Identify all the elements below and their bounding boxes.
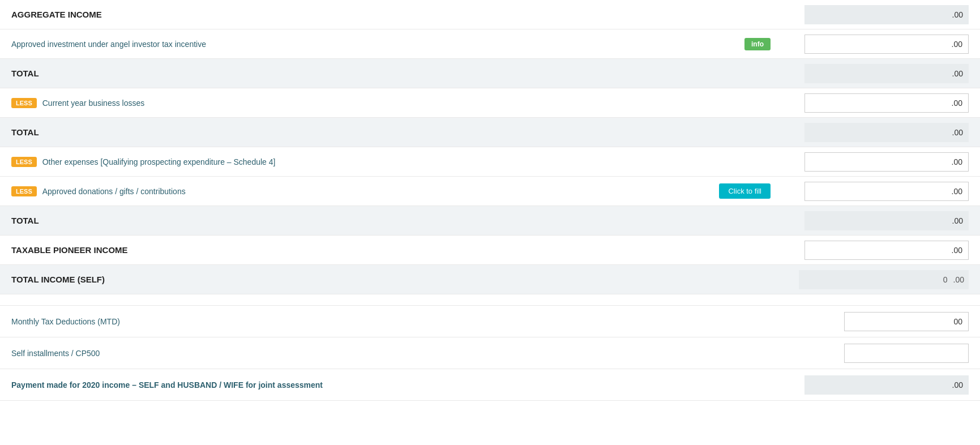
payment-made-label: Payment made for 2020 income – SELF and … <box>11 380 776 390</box>
other-expenses-value: .00 <box>804 152 969 172</box>
click-to-fill-button[interactable]: Click to fill <box>719 183 771 199</box>
aggregate-income-value: .00 <box>804 5 969 24</box>
taxable-pioneer-value-area: .00 <box>776 241 969 260</box>
total-1-value: .00 <box>804 64 969 83</box>
aggregate-income-row: AGGREGATE INCOME .00 <box>0 0 980 29</box>
total-income-self-value: 0 .00 <box>799 270 969 289</box>
monthly-tax-deductions-row: Monthly Tax Deductions (MTD) <box>0 306 980 337</box>
total-2-value-area: .00 <box>776 123 969 142</box>
total-income-self-row: TOTAL INCOME (SELF) 0 .00 <box>0 265 980 294</box>
approved-donations-value-area: .00 <box>776 182 969 201</box>
less-badge-3: LESS <box>11 186 37 196</box>
total-1-label: TOTAL <box>11 69 776 78</box>
approved-investment-row: Approved investment under angel investor… <box>0 29 980 59</box>
self-installments-row: Self installments / CP500 <box>0 337 980 369</box>
taxable-pioneer-value: .00 <box>804 241 969 260</box>
total-3-value: .00 <box>804 211 969 230</box>
current-year-losses-value-area: .00 <box>776 93 969 113</box>
total-3-row: TOTAL .00 <box>0 206 980 236</box>
self-installments-input-area <box>776 344 969 363</box>
monthly-tax-deductions-input-area <box>776 312 969 331</box>
monthly-tax-deductions-label: Monthly Tax Deductions (MTD) <box>11 317 776 326</box>
total-2-value: .00 <box>804 123 969 142</box>
total-income-decimal: .00 <box>953 275 964 284</box>
approved-donations-actions: Click to fill <box>719 183 771 199</box>
info-badge[interactable]: info <box>744 38 771 50</box>
approved-donations-value: .00 <box>804 182 969 201</box>
approved-investment-value-area: .00 <box>776 35 969 54</box>
payment-made-value: .00 <box>804 375 969 395</box>
payment-made-row: Payment made for 2020 income – SELF and … <box>0 369 980 401</box>
approved-donations-row: LESS Approved donations / gifts / contri… <box>0 177 980 206</box>
current-year-losses-value: .00 <box>804 93 969 113</box>
less-badge-2: LESS <box>11 157 37 167</box>
current-year-losses-label: LESS Current year business losses <box>11 98 776 108</box>
total-income-zero: 0 <box>943 275 948 284</box>
aggregate-income-value-area: .00 <box>776 5 969 24</box>
self-installments-input[interactable] <box>844 344 969 363</box>
aggregate-income-label: AGGREGATE INCOME <box>11 10 776 19</box>
total-3-label: TOTAL <box>11 216 776 225</box>
payment-made-value-area: .00 <box>776 375 969 395</box>
total-2-label: TOTAL <box>11 127 776 137</box>
other-expenses-row: LESS Other expenses [Qualifying prospect… <box>0 147 980 177</box>
total-2-row: TOTAL .00 <box>0 118 980 147</box>
spacer-1 <box>0 294 980 306</box>
approved-donations-label: LESS Approved donations / gifts / contri… <box>11 186 719 196</box>
monthly-tax-deductions-input[interactable] <box>844 312 969 331</box>
total-income-self-value-area: 0 .00 <box>776 270 969 289</box>
self-installments-label: Self installments / CP500 <box>11 349 776 358</box>
total-income-self-label: TOTAL INCOME (SELF) <box>11 275 776 284</box>
approved-investment-label: Approved investment under angel investor… <box>11 40 744 49</box>
other-expenses-value-area: .00 <box>776 152 969 172</box>
main-container: AGGREGATE INCOME .00 Approved investment… <box>0 0 980 401</box>
total-3-value-area: .00 <box>776 211 969 230</box>
taxable-pioneer-label: TAXABLE PIONEER INCOME <box>11 245 776 255</box>
taxable-pioneer-row: TAXABLE PIONEER INCOME .00 <box>0 236 980 265</box>
total-1-row: TOTAL .00 <box>0 59 980 88</box>
other-expenses-label: LESS Other expenses [Qualifying prospect… <box>11 157 776 167</box>
total-1-value-area: .00 <box>776 64 969 83</box>
approved-investment-actions: info <box>744 38 771 50</box>
less-badge-1: LESS <box>11 98 37 108</box>
approved-investment-value: .00 <box>804 35 969 54</box>
current-year-losses-row: LESS Current year business losses .00 <box>0 88 980 118</box>
